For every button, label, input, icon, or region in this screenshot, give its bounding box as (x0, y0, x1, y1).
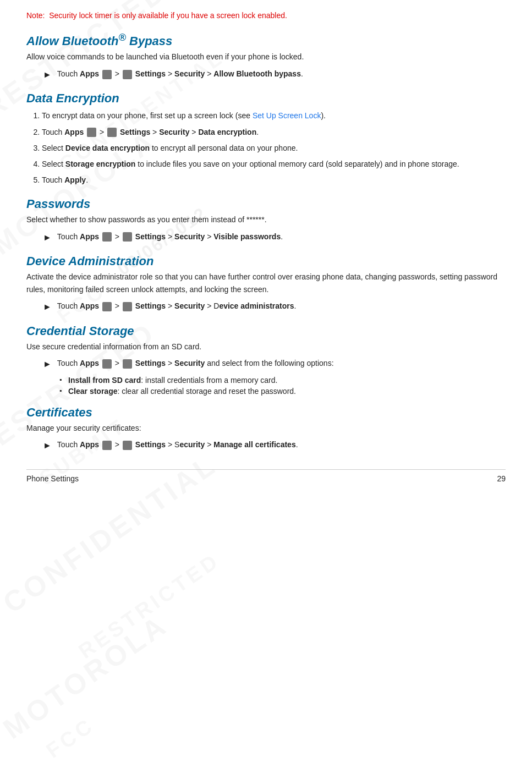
section-device-administration: Device Administration Activate the devic… (26, 254, 506, 314)
page-content: Note: Security lock timer is only availa… (0, 0, 532, 500)
note-label: Note: (26, 11, 45, 20)
arrow-text-device-admin: Touch Apps > Settings > Security > Devic… (57, 300, 297, 312)
arrow-text-passwords: Touch Apps > Settings > Security > Visib… (57, 231, 283, 243)
arrow-icon-passwords: ► (43, 231, 52, 245)
step-5: Touch Apply. (42, 173, 506, 187)
encryption-steps: To encrypt data on your phone, first set… (42, 109, 506, 187)
section-title-bluetooth: Allow Bluetooth® Bypass (26, 31, 506, 48)
section-credential-storage: Credential Storage Use secure credential… (26, 324, 506, 396)
section-desc-bluetooth: Allow voice commands to be launched via … (26, 51, 506, 63)
arrow-icon-device-admin: ► (43, 300, 52, 314)
note-text: Security lock timer is only available if… (49, 11, 287, 20)
credential-bullet-1: Install from SD card: install credential… (59, 376, 506, 385)
section-title-passwords: Passwords (26, 197, 506, 211)
arrow-icon-bluetooth: ► (43, 68, 52, 82)
section-certificates: Certificates Manage your security certif… (26, 405, 506, 453)
section-desc-certificates: Manage your security certificates: (26, 422, 506, 434)
note-line: Note: Security lock timer is only availa… (26, 10, 506, 21)
section-title-encryption: Data Encryption (26, 91, 506, 106)
arrow-text-certificates: Touch Apps > Settings > Security > Manag… (57, 438, 298, 451)
set-up-screen-lock-link[interactable]: Set Up Screen Lock (253, 111, 321, 120)
arrow-text-credential: Touch Apps > Settings > Security and sel… (57, 357, 334, 369)
credential-bullets: Install from SD card: install credential… (59, 376, 506, 396)
step-3: Select Device data encryption to encrypt… (42, 141, 506, 155)
arrow-device-admin: ► Touch Apps > Settings > Security > Dev… (43, 300, 506, 314)
section-allow-bluetooth-bypass: Allow Bluetooth® Bypass Allow voice comm… (26, 31, 506, 81)
section-title-device-admin: Device Administration (26, 254, 506, 268)
section-title-credential: Credential Storage (26, 324, 506, 338)
arrow-passwords: ► Touch Apps > Settings > Security > Vis… (43, 231, 506, 245)
section-desc-credential: Use secure credential information from a… (26, 341, 506, 353)
step-1: To encrypt data on your phone, first set… (42, 109, 506, 123)
arrow-icon-certificates: ► (43, 438, 52, 453)
section-desc-passwords: Select whether to show passwords as you … (26, 213, 506, 226)
page-footer: Phone Settings 29 (26, 469, 506, 483)
watermark-motorola2: MOTOROLA (0, 608, 174, 745)
section-passwords: Passwords Select whether to show passwor… (26, 197, 506, 244)
arrow-certificates: ► Touch Apps > Settings > Security > Man… (43, 438, 506, 453)
watermark-fcc2: FCC (42, 713, 98, 762)
arrow-text-bluetooth: Touch Apps > Settings > Security > Allow… (57, 68, 303, 80)
credential-bullet-2: Clear storage: clear all credential stor… (59, 387, 506, 396)
arrow-credential: ► Touch Apps > Settings > Security and s… (43, 357, 506, 371)
section-desc-device-admin: Activate the device administrator role s… (26, 271, 506, 295)
section-data-encryption: Data Encryption To encrypt data on your … (26, 91, 506, 187)
step-2: Touch Apps > Settings > Security > Data … (42, 125, 506, 139)
arrow-bluetooth: ► Touch Apps > Settings > Security > All… (43, 68, 506, 82)
footer-right: 29 (497, 474, 506, 483)
step-4: Select Storage encryption to include fil… (42, 157, 506, 171)
section-title-certificates: Certificates (26, 405, 506, 420)
watermark-restricted3: RESTRICTED (74, 548, 224, 663)
footer-left: Phone Settings (26, 474, 79, 483)
arrow-icon-credential: ► (43, 357, 52, 371)
